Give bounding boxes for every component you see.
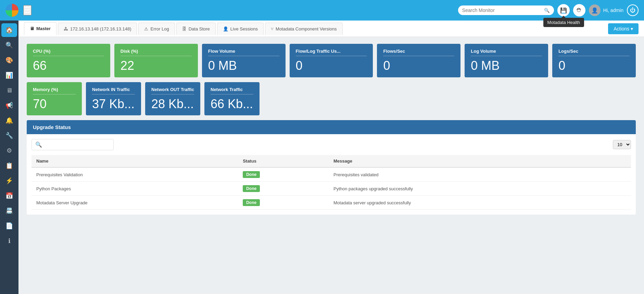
upgrade-section: Upgrade Status 🔍 10 25 50: [27, 120, 636, 215]
sidebar-item-contacts[interactable]: 📇: [1, 204, 17, 218]
metric-tile: Disk (%) 22: [114, 44, 198, 77]
tab-data-store[interactable]: 🗄 Data Store: [176, 23, 216, 35]
dashboard: CPU (%) 66 Disk (%) 22 Flow Volume 0 MB …: [18, 37, 644, 294]
upgrade-header: Upgrade Status: [27, 120, 636, 134]
metric-value: 28 Kb...: [151, 97, 194, 111]
power-button[interactable]: ⏻: [627, 4, 639, 16]
metric-tile: Network IN Traffic 37 Kb...: [86, 82, 141, 116]
user-info: 👤 Hi, admin: [589, 4, 623, 16]
sidebar-item-megaphone[interactable]: 📢: [1, 99, 17, 112]
logo: [5, 4, 18, 17]
col-status: Status: [238, 155, 329, 167]
metric-tile: Network Traffic 66 Kb...: [204, 82, 260, 116]
sidebar-item-reports[interactable]: 📋: [1, 159, 17, 172]
upgrade-body: 🔍 10 25 50 Name: [27, 134, 636, 215]
tab-livesessions-label: Live Sessions: [230, 26, 258, 31]
health-icon-button[interactable]: ⛑: [573, 4, 585, 16]
tabs-left: 🖥 Master 🖧 172.16.13.148 (172.16.13.148)…: [24, 22, 343, 35]
metric-value: 37 Kb...: [92, 97, 135, 111]
tab-master[interactable]: 🖥 Master: [24, 22, 56, 35]
per-page-select[interactable]: 10 25 50: [613, 140, 631, 149]
row-message: Python packages upgraded successfully: [329, 182, 631, 196]
sidebar-item-calendar[interactable]: 📅: [1, 189, 17, 203]
table-row: Motadata Server Upgrade Done Motadata se…: [31, 196, 631, 210]
row-status: Done: [238, 196, 329, 210]
tab-error-log[interactable]: ⚠ Error Log: [138, 23, 175, 35]
metric-label: Memory (%): [33, 87, 76, 94]
search-input[interactable]: [462, 8, 544, 13]
server-icon: 🖧: [64, 26, 68, 31]
user-icon: 👤: [223, 26, 228, 31]
sidebar-item-dashboard[interactable]: 📊: [1, 68, 17, 82]
database-icon: 🗄: [182, 26, 187, 31]
hamburger-button[interactable]: ☰: [23, 5, 31, 15]
upgrade-search-input[interactable]: [44, 142, 110, 147]
metric-value: 0: [383, 59, 454, 73]
upgrade-controls: 🔍 10 25 50: [31, 139, 631, 155]
metric-tile: Flows/Sec 0: [377, 44, 460, 77]
metric-label: Network Traffic: [211, 87, 253, 94]
metrics-row-1: CPU (%) 66 Disk (%) 22 Flow Volume 0 MB …: [27, 44, 636, 77]
fork-icon: ⑂: [271, 26, 274, 31]
metric-tile: CPU (%) 66: [27, 44, 110, 77]
metric-value: 0: [296, 59, 367, 73]
col-name: Name: [31, 155, 238, 167]
tab-datastore-label: Data Store: [189, 26, 210, 31]
metric-value: 0 MB: [208, 59, 279, 73]
monitor-icon: 🖥: [30, 26, 34, 31]
metric-label: Network IN Traffic: [92, 87, 135, 94]
warning-icon: ⚠: [144, 26, 148, 31]
tab-component-versions[interactable]: ⑂ Motadata Component Versions: [265, 23, 343, 35]
metric-label: Disk (%): [121, 49, 192, 56]
tab-ip[interactable]: 🖧 172.16.13.148 (172.16.13.148): [58, 23, 137, 35]
row-status: Done: [238, 182, 329, 196]
metric-value: 66 Kb...: [211, 97, 253, 111]
sidebar-item-tools[interactable]: 🔧: [1, 129, 17, 142]
metric-label: CPU (%): [33, 49, 104, 56]
metric-label: Network OUT Traffic: [151, 87, 194, 94]
header-right: 🔍 💾 ⛑ Motadata Health 👤 Hi, admin ⏻: [458, 4, 639, 16]
sidebar-item-info[interactable]: ℹ: [1, 234, 17, 248]
sidebar-item-document[interactable]: 📄: [1, 219, 17, 233]
save-icon-button[interactable]: 💾: [557, 4, 570, 16]
main-content: 🖥 Master 🖧 172.16.13.148 (172.16.13.148)…: [18, 21, 644, 294]
sidebar-item-monitor[interactable]: 🖥: [1, 84, 17, 97]
upgrade-search: 🔍: [31, 139, 114, 150]
row-message: Motadata server upgraded successfully: [329, 196, 631, 210]
search-button[interactable]: 🔍: [544, 8, 550, 13]
sidebar-item-settings[interactable]: ⚙: [1, 144, 17, 157]
sidebar-item-bell[interactable]: 🔔: [1, 114, 17, 127]
metrics-row-2: Memory (%) 70 Network IN Traffic 37 Kb..…: [27, 82, 260, 116]
sidebar-item-home[interactable]: 🏠: [1, 23, 17, 37]
actions-button[interactable]: Actions ▾: [608, 23, 639, 34]
metric-label: Flow Volume: [208, 49, 279, 56]
avatar: 👤: [589, 4, 601, 16]
top-header: ☰ 🔍 💾 ⛑ Motadata Health 👤 Hi, admin ⏻: [0, 0, 644, 21]
search-small-icon: 🔍: [35, 141, 42, 148]
sidebar-item-lightning[interactable]: ⚡: [1, 174, 17, 188]
tab-versions-label: Motadata Component Versions: [276, 26, 337, 31]
tab-error-label: Error Log: [150, 26, 169, 31]
metric-value: 22: [121, 59, 192, 73]
sidebar-item-palette[interactable]: 🎨: [1, 53, 17, 67]
metric-tile: Memory (%) 70: [27, 82, 82, 116]
col-message: Message: [329, 155, 631, 167]
sidebar-item-search[interactable]: 🔍: [1, 38, 17, 52]
search-bar: 🔍: [458, 5, 554, 15]
tab-ip-label: 172.16.13.148 (172.16.13.148): [70, 26, 131, 31]
header-left: ☰: [5, 4, 31, 17]
per-page-selector: 10 25 50: [613, 140, 631, 149]
row-name: Prerequisites Validation: [31, 167, 238, 182]
metric-value: 70: [33, 97, 76, 111]
row-name: Python Packages: [31, 182, 238, 196]
metric-tile: Network OUT Traffic 28 Kb...: [145, 82, 200, 116]
metric-tile: Flow Volume 0 MB: [202, 44, 286, 77]
sidebar: 🏠 🔍 🎨 📊 🖥 📢 🔔 🔧 ⚙ 📋 ⚡ 📅 📇 📄 ℹ: [0, 21, 18, 294]
user-greeting: Hi, admin: [603, 8, 623, 13]
metric-label: Log Volume: [471, 49, 542, 56]
tab-live-sessions[interactable]: 👤 Live Sessions: [217, 23, 264, 35]
metric-label: Flow/Log Traffic Us...: [296, 49, 367, 56]
upgrade-table: Name Status Message Prerequisites Valida…: [31, 155, 631, 210]
metric-label: Logs/Sec: [558, 49, 630, 56]
metric-value: 0: [558, 59, 630, 73]
